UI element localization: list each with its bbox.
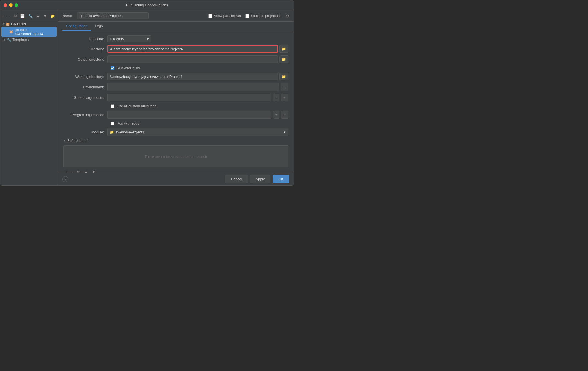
tabs-bar: Configuration Logs xyxy=(58,22,294,31)
allow-parallel-run-checkbox[interactable] xyxy=(208,14,212,18)
bottom-bar: ? Cancel Apply OK xyxy=(58,173,294,185)
window-title: Run/Debug Configurations xyxy=(126,3,168,7)
run-kind-row: Run kind: Directory ▾ xyxy=(63,35,288,42)
go-tool-expand-button[interactable]: ⤢ xyxy=(281,94,288,101)
environment-edit-button[interactable]: ☰ xyxy=(281,83,288,91)
go-build-icon: 🐹 xyxy=(5,22,10,26)
module-control: 📁awesomeProject4 ▾ xyxy=(107,128,288,136)
before-launch-label: Before launch xyxy=(67,139,89,143)
ok-button[interactable]: OK xyxy=(273,175,289,183)
window-controls xyxy=(4,3,18,7)
program-add-button[interactable]: + xyxy=(273,111,279,119)
program-arguments-input[interactable] xyxy=(107,111,271,119)
environment-input[interactable] xyxy=(107,83,279,91)
run-after-build-label[interactable]: Run after build xyxy=(111,66,140,70)
run-kind-control: Directory ▾ xyxy=(107,35,288,42)
cancel-button[interactable]: Cancel xyxy=(225,175,248,183)
folder-button[interactable]: 📁 xyxy=(49,13,56,19)
directory-label: Directory: xyxy=(63,47,107,51)
working-directory-control: 📁 xyxy=(107,73,288,80)
sidebar-item-gobuild-awesomeproject4[interactable]: 🐹 go build awesomeProject4 xyxy=(1,27,57,37)
module-dropdown[interactable]: 📁awesomeProject4 ▾ xyxy=(107,128,288,136)
before-launch-empty-text: There are no tasks to run before launch xyxy=(145,154,207,159)
sidebar-item-templates[interactable]: ▶ 🔧 Templates xyxy=(1,37,57,43)
gobuild-item-icon: 🐹 xyxy=(9,30,13,34)
run-with-sudo-label[interactable]: Run with sudo xyxy=(111,121,139,125)
use-all-custom-build-tags-checkbox[interactable] xyxy=(111,104,114,108)
before-launch-add-button[interactable]: + xyxy=(63,169,68,173)
sidebar-group-gobuild[interactable]: ▾ 🐹 Go Build xyxy=(1,21,57,27)
working-directory-input[interactable] xyxy=(107,73,278,80)
dropdown-chevron-icon: ▾ xyxy=(147,37,149,41)
directory-row: Directory: 📁 xyxy=(63,45,288,53)
allow-parallel-run-label[interactable]: Allow parallel run xyxy=(208,14,241,18)
before-launch-toolbar: + − ✏ ▲ ▼ xyxy=(63,169,288,173)
tab-configuration[interactable]: Configuration xyxy=(62,22,91,31)
working-directory-label: Working directory: xyxy=(63,75,107,79)
run-with-sudo-checkbox[interactable] xyxy=(111,122,114,125)
before-launch-area: There are no tasks to run before launch xyxy=(63,145,288,167)
settings-button[interactable]: 🔧 xyxy=(27,13,34,19)
program-arguments-control: + ⤢ xyxy=(107,111,288,119)
minimize-button[interactable] xyxy=(9,3,13,7)
run-after-build-row: Run after build xyxy=(63,66,288,70)
program-expand-button[interactable]: ⤢ xyxy=(281,111,288,119)
module-chevron-icon: ▾ xyxy=(284,130,286,134)
before-launch-remove-button[interactable]: − xyxy=(69,169,74,173)
name-input[interactable] xyxy=(77,12,149,19)
working-directory-folder-button[interactable]: 📁 xyxy=(279,73,288,80)
working-directory-row: Working directory: 📁 xyxy=(63,73,288,80)
move-up-button[interactable]: ▲ xyxy=(35,13,41,19)
sidebar: + − ⧉ 💾 🔧 ▲ ▼ 📁 ↕ ▾ 🐹 Go Build � xyxy=(0,10,58,185)
output-directory-control: 📁 xyxy=(107,55,288,63)
tab-logs[interactable]: Logs xyxy=(91,22,107,31)
program-arguments-row: Program arguments: + ⤢ xyxy=(63,111,288,119)
go-tool-arguments-input[interactable] xyxy=(107,94,271,101)
go-tool-arguments-label: Go tool arguments: xyxy=(63,95,107,100)
remove-config-button[interactable]: − xyxy=(7,13,12,19)
run-kind-dropdown[interactable]: Directory ▾ xyxy=(107,35,151,42)
move-down-button[interactable]: ▼ xyxy=(42,13,48,19)
maximize-button[interactable] xyxy=(15,3,18,7)
before-launch-chevron-icon: ▾ xyxy=(63,139,65,142)
sidebar-templates-label: Templates xyxy=(12,38,29,42)
content-area: + − ⧉ 💾 🔧 ▲ ▼ 📁 ↕ ▾ 🐹 Go Build � xyxy=(0,10,294,185)
use-all-custom-build-tags-label[interactable]: Use all custom build tags xyxy=(111,104,156,108)
close-button[interactable] xyxy=(4,3,7,7)
save-config-button[interactable]: 💾 xyxy=(19,13,26,19)
directory-input[interactable] xyxy=(107,45,278,53)
run-kind-label: Run kind: xyxy=(63,37,107,41)
output-directory-row: Output directory: 📁 xyxy=(63,55,288,63)
config-area: Run kind: Directory ▾ Directory: 📁 xyxy=(58,31,294,173)
environment-label: Environment: xyxy=(63,85,107,89)
directory-folder-button[interactable]: 📁 xyxy=(279,45,288,53)
apply-button[interactable]: Apply xyxy=(250,175,271,183)
use-all-custom-build-tags-row: Use all custom build tags xyxy=(63,104,288,108)
chevron-down-icon: ▾ xyxy=(3,23,4,26)
store-as-project-file-label[interactable]: Store as project file xyxy=(245,14,281,18)
go-tool-add-button[interactable]: + xyxy=(273,94,279,101)
add-config-button[interactable]: + xyxy=(2,13,6,19)
copy-config-button[interactable]: ⧉ xyxy=(13,13,18,19)
name-label: Name: xyxy=(62,14,73,18)
output-directory-folder-button[interactable]: 📁 xyxy=(279,55,288,63)
titlebar: Run/Debug Configurations xyxy=(0,0,294,10)
output-directory-label: Output directory: xyxy=(63,57,107,61)
main-panel: Name: Allow parallel run Store as projec… xyxy=(58,10,294,185)
before-launch-section[interactable]: ▾ Before launch xyxy=(63,139,288,143)
gear-icon[interactable]: ⚙ xyxy=(286,14,289,18)
sidebar-toolbar: + − ⧉ 💾 🔧 ▲ ▼ 📁 ↕ xyxy=(0,12,58,20)
store-as-project-file-checkbox[interactable] xyxy=(245,14,249,18)
top-bar-right: Allow parallel run Store as project file… xyxy=(208,14,289,18)
help-button[interactable]: ? xyxy=(62,176,68,182)
main-window: Run/Debug Configurations + − ⧉ 💾 🔧 ▲ ▼ 📁… xyxy=(0,0,294,186)
output-directory-input[interactable] xyxy=(107,55,278,63)
before-launch-edit-button[interactable]: ✏ xyxy=(75,169,82,173)
module-folder-icon: 📁 xyxy=(110,130,114,134)
before-launch-up-button[interactable]: ▲ xyxy=(83,169,89,173)
run-after-build-checkbox[interactable] xyxy=(111,66,114,70)
top-bar: Name: Allow parallel run Store as projec… xyxy=(58,10,294,22)
environment-control: ☰ xyxy=(107,83,288,91)
program-arguments-label: Program arguments: xyxy=(63,113,107,117)
before-launch-down-button[interactable]: ▼ xyxy=(90,169,97,173)
